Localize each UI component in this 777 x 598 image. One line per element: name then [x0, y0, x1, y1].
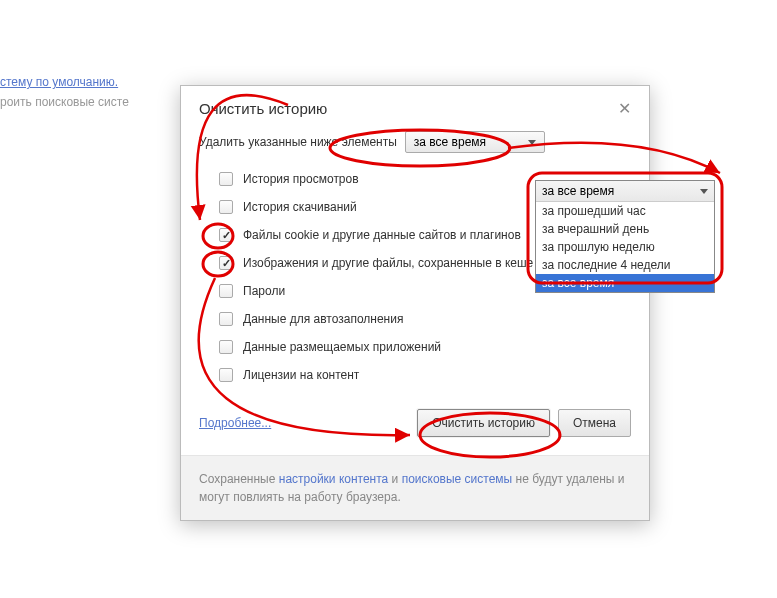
button-group: Очистить историю Отмена — [417, 409, 631, 437]
checkbox[interactable] — [219, 200, 233, 214]
check-row[interactable]: Данные для автозаполнения — [199, 305, 631, 333]
checkbox[interactable] — [219, 312, 233, 326]
dropdown-option[interactable]: за прошедший час — [536, 202, 714, 220]
dialog-title: Очистить историю — [199, 100, 327, 117]
check-label: История просмотров — [243, 172, 359, 186]
cancel-button[interactable]: Отмена — [558, 409, 631, 437]
check-label: Лицензии на контент — [243, 368, 359, 382]
chevron-down-icon — [700, 189, 708, 194]
check-label: Данные для автозаполнения — [243, 312, 403, 326]
time-range-value: за все время — [414, 135, 486, 149]
check-row[interactable]: Данные размещаемых приложений — [199, 333, 631, 361]
bg-default-link[interactable]: стему по умолчанию. — [0, 75, 118, 89]
check-label: История скачиваний — [243, 200, 357, 214]
checkbox[interactable] — [219, 256, 233, 270]
dialog-header: Очистить историю ✕ — [181, 86, 649, 127]
check-label: Файлы cookie и другие данные сайтов и пл… — [243, 228, 521, 242]
search-engines-link[interactable]: поисковые системы — [402, 472, 513, 486]
content-settings-link[interactable]: настройки контента — [279, 472, 389, 486]
more-link[interactable]: Подробнее... — [199, 416, 271, 430]
checkbox[interactable] — [219, 340, 233, 354]
check-label: Изображения и другие файлы, сохраненные … — [243, 256, 533, 270]
checkbox[interactable] — [219, 172, 233, 186]
dropdown-option[interactable]: за вчерашний день — [536, 220, 714, 238]
time-range-row: Удалить указанные ниже элементы за все в… — [199, 131, 631, 153]
delete-label: Удалить указанные ниже элементы — [199, 135, 397, 149]
clear-history-dialog: Очистить историю ✕ Удалить указанные ниж… — [180, 85, 650, 521]
check-label: Пароли — [243, 284, 285, 298]
dropdown-option[interactable]: за последние 4 недели — [536, 256, 714, 274]
time-range-dropdown[interactable]: за все время за прошедший часза вчерашни… — [535, 180, 715, 293]
clear-button[interactable]: Очистить историю — [417, 409, 550, 437]
dropdown-current-label: за все время — [542, 184, 614, 198]
bg-search-text: роить поисковые систе — [0, 95, 129, 109]
footer-text-mid: и — [388, 472, 401, 486]
checkbox[interactable] — [219, 284, 233, 298]
footer-text-pre: Сохраненные — [199, 472, 279, 486]
dropdown-option[interactable]: за прошлую неделю — [536, 238, 714, 256]
dropdown-option[interactable]: за все время — [536, 274, 714, 292]
button-row: Подробнее... Очистить историю Отмена — [199, 409, 631, 437]
time-range-select[interactable]: за все время — [405, 131, 545, 153]
dialog-footer: Сохраненные настройки контента и поисков… — [181, 455, 649, 520]
check-label: Данные размещаемых приложений — [243, 340, 441, 354]
check-row[interactable]: Лицензии на контент — [199, 361, 631, 389]
close-icon[interactable]: ✕ — [618, 101, 631, 117]
dropdown-current[interactable]: за все время — [536, 181, 714, 202]
chevron-down-icon — [528, 140, 536, 145]
checkbox[interactable] — [219, 368, 233, 382]
checkbox[interactable] — [219, 228, 233, 242]
